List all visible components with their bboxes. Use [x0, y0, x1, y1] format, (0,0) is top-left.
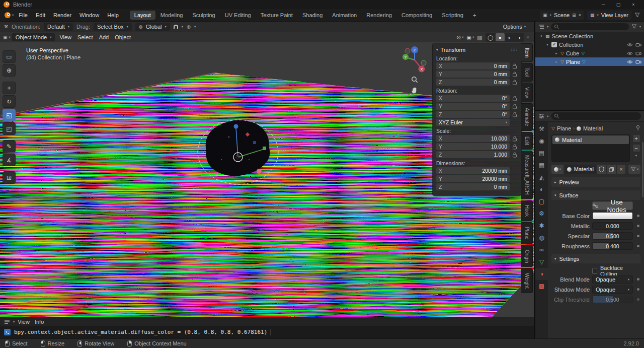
lock-icon[interactable] — [512, 71, 518, 77]
zoom-icon[interactable] — [411, 76, 418, 83]
clip-threshold-slider[interactable]: 0.500 — [592, 296, 633, 303]
snap-magnet-icon[interactable] — [174, 25, 178, 29]
new-scene-icon[interactable]: ⊞ — [572, 13, 576, 18]
eye-icon[interactable] — [627, 42, 633, 48]
editor-type-icon[interactable] — [4, 319, 10, 324]
blender-menu-icon[interactable] — [4, 12, 11, 19]
mode-dropdown[interactable]: Object Mode ▾ — [12, 33, 55, 41]
disclosure-icon[interactable]: ▸ — [554, 60, 558, 64]
outliner-row-scene-collection[interactable]: ▾ ▦ Scene Collection — [535, 32, 644, 40]
shadow-mode-dropdown[interactable]: Opaque ▾ — [592, 286, 633, 294]
keyframe-dot[interactable] — [637, 235, 639, 237]
sidebar-tab-measureit[interactable]: MeasureIt_ARCH — [521, 151, 533, 199]
panel-header[interactable]: ▾ Transform ∷∷ — [436, 46, 518, 53]
editor-type-icon[interactable]: ▣ — [3, 35, 8, 40]
modifiers-tab[interactable]: ⚙ — [535, 207, 548, 220]
workspace-tab[interactable]: Animation — [328, 11, 361, 20]
overlays-toggle[interactable]: ◉▾ — [466, 34, 474, 41]
sidebar-tab-plane[interactable]: Plane — [521, 222, 533, 244]
drag-mode-dropdown[interactable]: Select Box ▾ — [94, 23, 132, 31]
workspace-tab[interactable]: Rendering — [362, 11, 396, 20]
keyframe-dot[interactable] — [637, 225, 639, 227]
camera-icon[interactable] — [635, 42, 641, 48]
add-slot-button[interactable]: + — [632, 134, 640, 143]
viewport-menu-item[interactable]: View — [56, 34, 74, 40]
view-layer-tab[interactable]: ▦ — [535, 159, 548, 171]
value-slider[interactable]: 0.000 — [592, 222, 633, 230]
sidebar-tab-animate[interactable]: Animate — [521, 103, 533, 131]
rotate-tool[interactable]: ↻ — [3, 95, 16, 108]
dimension-field[interactable]: Z 0 mm — [436, 183, 510, 190]
eye-icon[interactable] — [627, 59, 633, 65]
workspace-tab[interactable]: Texture Paint — [256, 11, 297, 20]
proportional-editing-icon[interactable]: ◎ — [187, 24, 191, 29]
object-tab[interactable]: ▢ — [535, 195, 548, 207]
menu-item[interactable]: File — [15, 9, 32, 21]
world-tab[interactable]: ◐ — [535, 183, 548, 195]
outliner-row-collection[interactable]: ▾ ✓ Collection — [535, 40, 644, 49]
menu-item[interactable]: Window — [75, 9, 103, 21]
object-data-tab[interactable]: ▽ — [535, 256, 548, 268]
panel-grip[interactable]: ∷∷ — [511, 47, 518, 52]
disclosure-icon[interactable]: ▸ — [554, 51, 558, 55]
output-tab[interactable]: ▤ — [535, 147, 548, 159]
lock-icon[interactable] — [512, 144, 518, 150]
workspace-tab[interactable]: Compositing — [397, 11, 437, 20]
sidebar-tab-tool[interactable]: Tool — [521, 63, 533, 81]
location-field[interactable]: X 0 mm — [436, 62, 510, 69]
keyframe-dot[interactable] — [637, 288, 639, 291]
texture-tab[interactable]: ▩ — [535, 280, 548, 292]
scale-field[interactable]: Y 10.000 — [436, 143, 510, 150]
particles-tab[interactable]: ✱ — [535, 220, 548, 232]
eye-icon[interactable] — [627, 50, 633, 56]
info-menu-item[interactable]: Info — [35, 319, 44, 325]
material-name-field[interactable]: Material — [565, 165, 596, 174]
scrollbar[interactable] — [642, 142, 643, 197]
base-color-swatch[interactable] — [592, 212, 633, 220]
selected-object-gizmo[interactable] — [194, 112, 284, 190]
sidebar-tab-edit[interactable]: Edit — [521, 132, 533, 150]
unlink-material-button[interactable]: × — [617, 165, 625, 174]
outliner-search-input[interactable] — [551, 23, 628, 30]
tool-tab[interactable]: ⚒ — [535, 123, 548, 135]
sidebar-tab-weight[interactable]: Weight — [521, 268, 533, 293]
close-icon[interactable]: × — [579, 13, 581, 18]
add-cube-tool[interactable]: ⊞ — [3, 171, 16, 184]
workspace-tab[interactable]: + — [468, 11, 480, 20]
constraints-tab[interactable]: ∞ — [535, 244, 548, 256]
disclosure-icon[interactable]: ▾ — [539, 34, 543, 38]
transform-tool[interactable]: ◰ — [3, 122, 16, 135]
scale-tool[interactable]: ◱ — [3, 109, 16, 121]
slot-specials-menu[interactable]: ▾ — [635, 154, 637, 158]
material-slot-list[interactable]: Material — [551, 134, 630, 162]
info-menu-item[interactable]: View — [18, 319, 30, 325]
workspace-tab[interactable]: Modeling — [156, 11, 188, 20]
3d-viewport[interactable]: User Perspective (34) Collection | Plane… — [0, 42, 534, 317]
menu-item[interactable]: Edit — [32, 9, 49, 21]
keyframe-dot[interactable] — [637, 298, 639, 301]
value-slider[interactable]: 0.400 — [592, 242, 633, 250]
maximize-button[interactable]: ▢ — [611, 0, 626, 9]
lock-icon[interactable] — [512, 63, 518, 69]
keyframe-dot[interactable] — [637, 215, 639, 217]
pin-icon[interactable] — [635, 125, 640, 131]
lock-icon[interactable] — [512, 103, 518, 109]
lock-icon[interactable] — [512, 152, 518, 158]
use-nodes-button[interactable]: Use Nodes — [592, 201, 633, 210]
sidebar-tab-origin[interactable]: Origin — [521, 245, 533, 268]
scale-field[interactable]: Z 1.000 — [436, 151, 510, 158]
value-slider[interactable]: 0.500 — [592, 232, 633, 240]
editor-type-icon[interactable] — [538, 114, 544, 119]
outliner-row-plane[interactable]: ▸ ▽ Plane ▽ — [535, 57, 644, 66]
remove-slot-button[interactable]: − — [632, 144, 640, 152]
sidebar-tab-hook[interactable]: Hook — [521, 200, 533, 221]
scene-tab[interactable]: ◭ — [535, 171, 548, 183]
material-shading-button[interactable]: ◐ — [505, 33, 514, 41]
options-menu[interactable]: Options ▾ — [503, 24, 530, 30]
solid-shading-button[interactable]: ● — [496, 33, 505, 41]
material-tab[interactable]: ◑ — [535, 268, 548, 280]
gizmos-toggle[interactable]: ⊙▾ — [456, 34, 463, 41]
location-field[interactable]: Z 0 mm — [436, 79, 510, 86]
lock-icon[interactable] — [512, 111, 518, 117]
filter-icon[interactable] — [634, 13, 640, 18]
